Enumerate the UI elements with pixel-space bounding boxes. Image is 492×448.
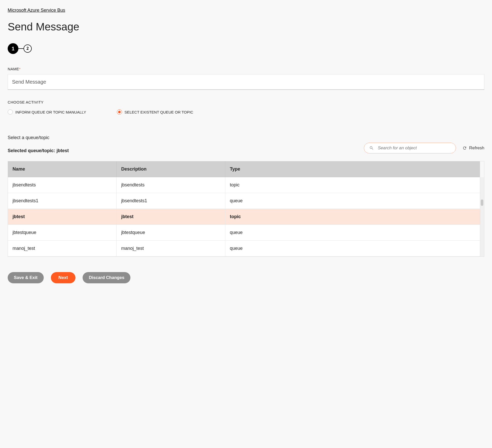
radio-option-select[interactable]: SELECT EXISTENT QUEUE OR TOPIC <box>117 109 193 115</box>
name-label-text: NAME <box>8 67 19 71</box>
queue-table: Name Description Type jbsendtestsjbsendt… <box>8 161 480 256</box>
name-label: NAME* <box>8 67 484 71</box>
radio-icon <box>8 109 13 115</box>
select-queue-label: Select a queue/topic <box>8 135 69 140</box>
step-2[interactable]: 2 <box>24 44 32 53</box>
th-description[interactable]: Description <box>117 161 225 177</box>
radio-label-select: SELECT EXISTENT QUEUE OR TOPIC <box>125 110 193 114</box>
table-row[interactable]: manoj_testmanoj_testqueue <box>8 241 480 256</box>
cell-type: topic <box>225 177 480 193</box>
discard-button[interactable]: Discard Changes <box>83 272 130 283</box>
radio-label-manual: INFORM QUEUE OR TOPIC MANUALLY <box>15 110 86 114</box>
cell-type: queue <box>225 225 480 241</box>
search-input[interactable] <box>378 145 451 151</box>
cell-type: queue <box>225 193 480 209</box>
table-row[interactable]: jbsendtests1jbsendtests1queue <box>8 193 480 209</box>
queue-table-wrap: Name Description Type jbsendtestsjbsendt… <box>8 161 484 257</box>
table-row[interactable]: jbsendtestsjbsendteststopic <box>8 177 480 193</box>
save-exit-button[interactable]: Save & Exit <box>8 272 44 283</box>
cell-name: jbtest <box>8 209 117 225</box>
breadcrumb-link[interactable]: Microsoft Azure Service Bus <box>8 8 65 13</box>
refresh-label: Refresh <box>469 145 484 151</box>
cell-type: queue <box>225 241 480 256</box>
cell-description: jbsendtests1 <box>117 193 225 209</box>
cell-description: jbsendtests <box>117 177 225 193</box>
th-type[interactable]: Type <box>225 161 480 177</box>
search-icon <box>369 146 374 150</box>
scrollbar-track[interactable] <box>480 177 484 256</box>
next-button[interactable]: Next <box>51 272 76 283</box>
activity-radio-group: INFORM QUEUE OR TOPIC MANUALLY SELECT EX… <box>8 109 484 115</box>
table-row[interactable]: jbtestqueuejbtestqueuequeue <box>8 225 480 241</box>
selected-queue-text: Selected queue/topic: jbtest <box>8 148 69 153</box>
radio-option-manual[interactable]: INFORM QUEUE OR TOPIC MANUALLY <box>8 109 86 115</box>
cell-name: jbtestqueue <box>8 225 117 241</box>
required-asterisk: * <box>19 67 21 71</box>
stepper: 1 2 <box>8 43 484 54</box>
cell-name: jbsendtests <box>8 177 117 193</box>
footer-buttons: Save & Exit Next Discard Changes <box>8 272 484 283</box>
cell-description: jbtest <box>117 209 225 225</box>
scrollbar-thumb[interactable] <box>481 199 483 206</box>
th-name[interactable]: Name <box>8 161 117 177</box>
name-input[interactable] <box>8 74 484 90</box>
step-connector <box>18 48 24 49</box>
page-title: Send Message <box>8 21 484 33</box>
cell-name: manoj_test <box>8 241 117 256</box>
activity-label: CHOOSE ACTIVITY <box>8 100 484 104</box>
cell-description: manoj_test <box>117 241 225 256</box>
table-row[interactable]: jbtestjbtesttopic <box>8 209 480 225</box>
step-1[interactable]: 1 <box>8 43 18 54</box>
cell-name: jbsendtests1 <box>8 193 117 209</box>
refresh-icon <box>462 146 467 150</box>
search-box[interactable] <box>364 143 456 153</box>
cell-type: topic <box>225 209 480 225</box>
radio-icon <box>117 109 122 115</box>
cell-description: jbtestqueue <box>117 225 225 241</box>
refresh-button[interactable]: Refresh <box>462 145 484 151</box>
